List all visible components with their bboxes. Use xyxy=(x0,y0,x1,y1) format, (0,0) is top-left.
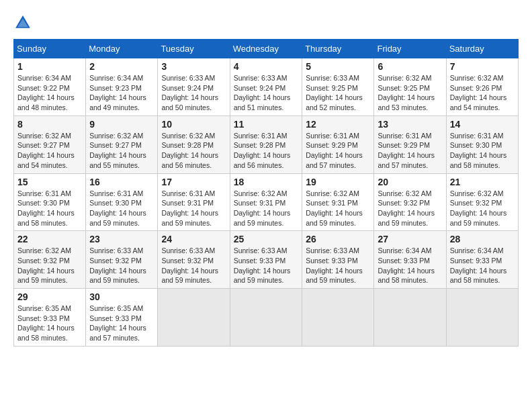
calendar-cell: 18Sunrise: 6:32 AMSunset: 9:31 PMDayligh… xyxy=(230,173,302,231)
day-info: Sunrise: 6:32 AMSunset: 9:25 PMDaylight:… xyxy=(378,73,442,113)
calendar-cell: 24Sunrise: 6:33 AMSunset: 9:32 PMDayligh… xyxy=(158,231,230,289)
day-info: Sunrise: 6:33 AMSunset: 9:25 PMDaylight:… xyxy=(306,73,370,113)
day-number: 19 xyxy=(306,177,370,187)
day-info: Sunrise: 6:34 AMSunset: 9:23 PMDaylight:… xyxy=(89,73,154,113)
day-number: 2 xyxy=(89,61,154,72)
day-number: 10 xyxy=(161,119,226,130)
column-header-friday: Friday xyxy=(374,40,446,58)
calendar-cell: 28Sunrise: 6:34 AMSunset: 9:33 PMDayligh… xyxy=(446,231,518,289)
calendar-cell: 22Sunrise: 6:32 AMSunset: 9:32 PMDayligh… xyxy=(14,231,86,289)
day-info: Sunrise: 6:32 AMSunset: 9:32 PMDaylight:… xyxy=(17,246,82,285)
day-info: Sunrise: 6:32 AMSunset: 9:31 PMDaylight:… xyxy=(306,189,370,228)
calendar-cell: 5Sunrise: 6:33 AMSunset: 9:25 PMDaylight… xyxy=(302,58,374,116)
day-info: Sunrise: 6:31 AMSunset: 9:28 PMDaylight:… xyxy=(234,131,299,171)
day-number: 30 xyxy=(89,291,154,302)
day-info: Sunrise: 6:32 AMSunset: 9:26 PMDaylight:… xyxy=(450,73,515,113)
calendar-cell: 3Sunrise: 6:33 AMSunset: 9:24 PMDaylight… xyxy=(158,58,230,116)
day-number: 9 xyxy=(89,119,154,130)
day-info: Sunrise: 6:31 AMSunset: 9:30 PMDaylight:… xyxy=(450,131,515,171)
calendar-week-row: 29Sunrise: 6:35 AMSunset: 9:33 PMDayligh… xyxy=(14,289,519,347)
day-number: 21 xyxy=(450,177,515,187)
day-number: 11 xyxy=(234,119,299,130)
day-info: Sunrise: 6:32 AMSunset: 9:27 PMDaylight:… xyxy=(89,131,154,171)
calendar-cell: 27Sunrise: 6:34 AMSunset: 9:33 PMDayligh… xyxy=(374,231,446,289)
day-info: Sunrise: 6:32 AMSunset: 9:28 PMDaylight:… xyxy=(161,131,226,171)
calendar-cell xyxy=(302,289,374,347)
day-number: 8 xyxy=(17,119,82,130)
day-number: 17 xyxy=(161,177,226,187)
day-info: Sunrise: 6:34 AMSunset: 9:22 PMDaylight:… xyxy=(17,73,82,113)
calendar-cell xyxy=(158,289,230,347)
day-info: Sunrise: 6:34 AMSunset: 9:33 PMDaylight:… xyxy=(378,246,442,285)
day-info: Sunrise: 6:32 AMSunset: 9:32 PMDaylight:… xyxy=(378,189,442,228)
calendar-week-row: 8Sunrise: 6:32 AMSunset: 9:27 PMDaylight… xyxy=(14,116,519,173)
calendar-cell xyxy=(446,289,518,347)
calendar-cell: 23Sunrise: 6:33 AMSunset: 9:32 PMDayligh… xyxy=(86,231,158,289)
day-info: Sunrise: 6:35 AMSunset: 9:33 PMDaylight:… xyxy=(17,304,82,343)
calendar-cell: 8Sunrise: 6:32 AMSunset: 9:27 PMDaylight… xyxy=(14,116,86,173)
calendar-week-row: 15Sunrise: 6:31 AMSunset: 9:30 PMDayligh… xyxy=(14,173,519,231)
day-info: Sunrise: 6:31 AMSunset: 9:29 PMDaylight:… xyxy=(378,131,442,171)
day-info: Sunrise: 6:32 AMSunset: 9:31 PMDaylight:… xyxy=(234,189,299,228)
day-info: Sunrise: 6:34 AMSunset: 9:33 PMDaylight:… xyxy=(450,246,515,285)
day-number: 20 xyxy=(378,177,442,187)
calendar-cell xyxy=(230,289,302,347)
calendar-table: SundayMondayTuesdayWednesdayThursdayFrid… xyxy=(13,39,519,347)
day-info: Sunrise: 6:31 AMSunset: 9:29 PMDaylight:… xyxy=(306,131,370,171)
day-number: 18 xyxy=(234,177,299,187)
day-number: 14 xyxy=(450,119,515,130)
column-header-sunday: Sunday xyxy=(14,40,86,58)
calendar-cell: 6Sunrise: 6:32 AMSunset: 9:25 PMDaylight… xyxy=(374,58,446,116)
column-header-thursday: Thursday xyxy=(302,40,374,58)
day-info: Sunrise: 6:33 AMSunset: 9:33 PMDaylight:… xyxy=(306,246,370,285)
day-number: 15 xyxy=(17,177,82,187)
day-info: Sunrise: 6:33 AMSunset: 9:32 PMDaylight:… xyxy=(161,246,226,285)
calendar-cell: 16Sunrise: 6:31 AMSunset: 9:30 PMDayligh… xyxy=(86,173,158,231)
day-info: Sunrise: 6:33 AMSunset: 9:24 PMDaylight:… xyxy=(161,73,226,113)
day-info: Sunrise: 6:32 AMSunset: 9:27 PMDaylight:… xyxy=(17,131,82,171)
day-number: 4 xyxy=(234,61,299,72)
calendar-cell: 9Sunrise: 6:32 AMSunset: 9:27 PMDaylight… xyxy=(86,116,158,173)
day-number: 27 xyxy=(378,234,442,244)
calendar-cell xyxy=(374,289,446,347)
calendar-cell: 1Sunrise: 6:34 AMSunset: 9:22 PMDaylight… xyxy=(14,58,86,116)
column-header-monday: Monday xyxy=(86,40,158,58)
column-header-tuesday: Tuesday xyxy=(158,40,230,58)
day-info: Sunrise: 6:31 AMSunset: 9:30 PMDaylight:… xyxy=(17,189,82,228)
day-number: 1 xyxy=(17,61,82,72)
calendar-cell: 20Sunrise: 6:32 AMSunset: 9:32 PMDayligh… xyxy=(374,173,446,231)
calendar-cell: 17Sunrise: 6:31 AMSunset: 9:31 PMDayligh… xyxy=(158,173,230,231)
day-info: Sunrise: 6:33 AMSunset: 9:33 PMDaylight:… xyxy=(234,246,299,285)
day-info: Sunrise: 6:31 AMSunset: 9:31 PMDaylight:… xyxy=(161,189,226,228)
day-number: 23 xyxy=(89,234,154,244)
day-number: 26 xyxy=(306,234,370,244)
calendar-cell: 10Sunrise: 6:32 AMSunset: 9:28 PMDayligh… xyxy=(158,116,230,173)
day-number: 16 xyxy=(89,177,154,187)
calendar-body: 1Sunrise: 6:34 AMSunset: 9:22 PMDaylight… xyxy=(14,58,519,347)
day-number: 5 xyxy=(306,61,370,72)
calendar-cell: 19Sunrise: 6:32 AMSunset: 9:31 PMDayligh… xyxy=(302,173,374,231)
column-header-saturday: Saturday xyxy=(446,40,518,58)
calendar-cell: 21Sunrise: 6:32 AMSunset: 9:32 PMDayligh… xyxy=(446,173,518,231)
day-number: 12 xyxy=(306,119,370,130)
day-info: Sunrise: 6:33 AMSunset: 9:32 PMDaylight:… xyxy=(89,246,154,285)
calendar-cell: 4Sunrise: 6:33 AMSunset: 9:24 PMDaylight… xyxy=(230,58,302,116)
day-number: 3 xyxy=(161,61,226,72)
calendar-cell: 13Sunrise: 6:31 AMSunset: 9:29 PMDayligh… xyxy=(374,116,446,173)
calendar-cell: 25Sunrise: 6:33 AMSunset: 9:33 PMDayligh… xyxy=(230,231,302,289)
logo-icon xyxy=(13,13,32,32)
calendar-cell: 14Sunrise: 6:31 AMSunset: 9:30 PMDayligh… xyxy=(446,116,518,173)
day-info: Sunrise: 6:33 AMSunset: 9:24 PMDaylight:… xyxy=(234,73,299,113)
day-number: 28 xyxy=(450,234,515,244)
calendar-cell: 2Sunrise: 6:34 AMSunset: 9:23 PMDaylight… xyxy=(86,58,158,116)
column-header-wednesday: Wednesday xyxy=(230,40,302,58)
day-number: 22 xyxy=(17,234,82,244)
day-number: 7 xyxy=(450,61,515,72)
page-header xyxy=(13,13,519,32)
day-number: 25 xyxy=(234,234,299,244)
day-info: Sunrise: 6:35 AMSunset: 9:33 PMDaylight:… xyxy=(89,304,154,343)
calendar-week-row: 22Sunrise: 6:32 AMSunset: 9:32 PMDayligh… xyxy=(14,231,519,289)
calendar-week-row: 1Sunrise: 6:34 AMSunset: 9:22 PMDaylight… xyxy=(14,58,519,116)
day-number: 29 xyxy=(17,291,82,302)
calendar-cell: 26Sunrise: 6:33 AMSunset: 9:33 PMDayligh… xyxy=(302,231,374,289)
